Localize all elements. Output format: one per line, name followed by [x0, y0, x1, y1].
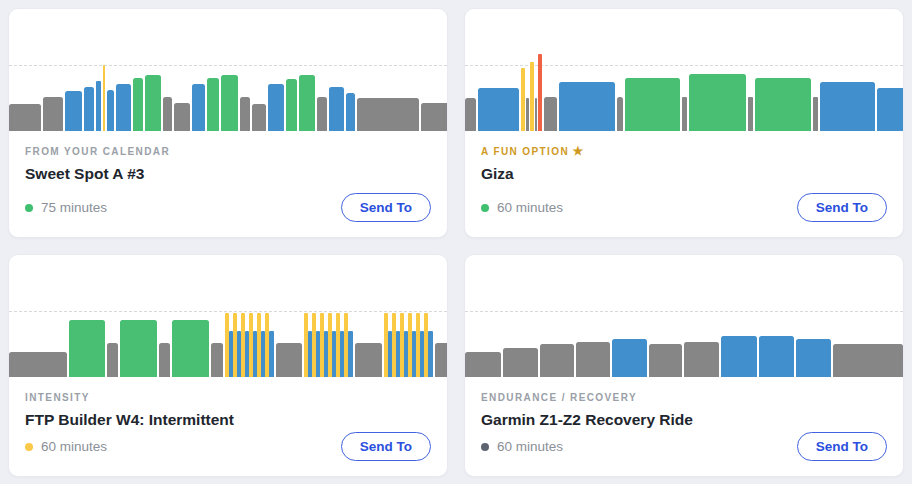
workout-card: INTENSITY FTP Builder W4: Intermittent 6…: [8, 254, 448, 477]
card-category-label: ENDURANCE / RECOVERY: [481, 390, 887, 404]
interval-bar-blue: [559, 82, 615, 131]
interval-bar-blue: [116, 84, 131, 131]
duration-text: 60 minutes: [497, 200, 563, 215]
card-category-text: A FUN OPTION: [481, 146, 569, 157]
workout-title: Garmin Z1-Z2 Recovery Ride: [481, 411, 887, 429]
interval-bar-gray: [357, 98, 419, 131]
interval-bar-blue: [796, 339, 831, 377]
interval-bar-gray: [211, 343, 223, 377]
interval-bar-gray: [535, 98, 537, 131]
interval-bar-gray: [833, 344, 903, 377]
interval-bar-green: [625, 78, 680, 131]
interval-bar-gray: [813, 97, 818, 131]
interval-bar-green: [133, 78, 143, 131]
duration: 60 minutes: [481, 200, 563, 215]
duration: 60 minutes: [481, 439, 563, 454]
interval-bar-green: [207, 78, 219, 131]
workout-card: A FUN OPTION ★ Giza 60 minutes Send To: [464, 8, 904, 238]
interval-bar-gray: [9, 104, 41, 131]
interval-bar-blue: [107, 90, 114, 131]
interval-bars: [9, 313, 447, 377]
card-info: ENDURANCE / RECOVERY Garmin Z1-Z2 Recove…: [465, 377, 903, 429]
interval-bar-blue: [478, 88, 519, 131]
duration-dot-icon: [25, 204, 33, 212]
workout-title: FTP Builder W4: Intermittent: [25, 411, 431, 429]
interval-bar-green: [299, 75, 315, 131]
interval-bar-gray: [576, 342, 610, 377]
interval-bar-gray: [465, 98, 476, 131]
interval-bar-blue: [721, 336, 757, 377]
interval-bar-gray: [9, 352, 67, 377]
interval-bar-blue: [84, 87, 94, 131]
card-footer: 60 minutes Send To: [465, 432, 903, 476]
interval-bar-green: [145, 75, 161, 131]
card-category-text: FROM YOUR CALENDAR: [25, 146, 170, 157]
interval-bar-gray: [163, 97, 172, 131]
card-category-label: INTENSITY: [25, 390, 431, 404]
workout-interval-chart: [465, 255, 903, 377]
workout-card: FROM YOUR CALENDAR Sweet Spot A #3 75 mi…: [8, 8, 448, 238]
duration-dot-icon: [481, 443, 489, 451]
workout-title: Sweet Spot A #3: [25, 165, 431, 183]
interval-bar-gray: [107, 343, 118, 377]
interval-bar-blue: [65, 91, 82, 131]
interval-bar-gray: [240, 97, 250, 131]
workout-interval-chart: [465, 9, 903, 131]
interval-bars: [465, 54, 903, 131]
duration-dot-icon: [25, 443, 33, 451]
duration-dot-icon: [481, 204, 489, 212]
interval-bar-gray: [617, 97, 623, 131]
interval-bar-blue: [96, 81, 101, 131]
card-info: INTENSITY FTP Builder W4: Intermittent: [9, 377, 447, 429]
duration-text: 60 minutes: [41, 439, 107, 454]
interval-bar-gray: [540, 344, 574, 377]
interval-bar-yellow: [521, 68, 525, 131]
interval-bar-gray: [544, 97, 557, 131]
interval-bar-blue: [348, 331, 353, 377]
workout-title: Giza: [481, 165, 887, 183]
send-to-button[interactable]: Send To: [797, 193, 887, 222]
workout-grid: FROM YOUR CALENDAR Sweet Spot A #3 75 mi…: [8, 8, 904, 477]
card-category-text: INTENSITY: [25, 392, 90, 403]
card-category-label: FROM YOUR CALENDAR: [25, 144, 431, 158]
interval-bar-blue: [612, 339, 647, 377]
interval-bar-green: [286, 79, 297, 131]
interval-bar-blue: [759, 336, 794, 377]
interval-bar-gray: [317, 97, 327, 131]
interval-bar-green: [172, 320, 209, 377]
interval-bar-blue: [269, 331, 274, 377]
interval-bar-blue: [346, 93, 355, 131]
threshold-dashed-line: [465, 311, 903, 312]
interval-bar-gray: [435, 343, 448, 377]
interval-bar-gray: [43, 97, 63, 131]
interval-bar-blue: [329, 87, 344, 131]
workout-interval-chart: [9, 255, 447, 377]
card-category-text: ENDURANCE / RECOVERY: [481, 392, 637, 403]
interval-bar-gray: [649, 344, 682, 377]
card-info: FROM YOUR CALENDAR Sweet Spot A #3: [9, 131, 447, 183]
card-info: A FUN OPTION ★ Giza: [465, 131, 903, 183]
card-footer: 60 minutes Send To: [465, 193, 903, 237]
interval-bar-green: [755, 78, 811, 131]
send-to-button[interactable]: Send To: [341, 432, 431, 461]
interval-bar-green: [221, 75, 238, 131]
duration: 60 minutes: [25, 439, 107, 454]
interval-bar-yellow: [530, 62, 534, 131]
interval-bar-blue: [268, 84, 284, 131]
workout-interval-chart: [9, 9, 447, 131]
send-to-button[interactable]: Send To: [341, 193, 431, 222]
duration: 75 minutes: [25, 200, 107, 215]
interval-bar-gray: [684, 342, 719, 377]
interval-bar-gray: [421, 103, 448, 131]
duration-text: 60 minutes: [497, 439, 563, 454]
interval-bar-green: [120, 320, 157, 377]
interval-bar-gray: [682, 97, 687, 131]
interval-bar-gray: [465, 352, 501, 377]
interval-bars: [465, 336, 903, 377]
send-to-button[interactable]: Send To: [797, 432, 887, 461]
interval-bar-yellow: [103, 65, 105, 131]
interval-bar-gray: [748, 97, 753, 131]
interval-bar-gray: [159, 343, 170, 377]
interval-bar-orange: [538, 54, 542, 131]
card-footer: 75 minutes Send To: [9, 193, 447, 237]
